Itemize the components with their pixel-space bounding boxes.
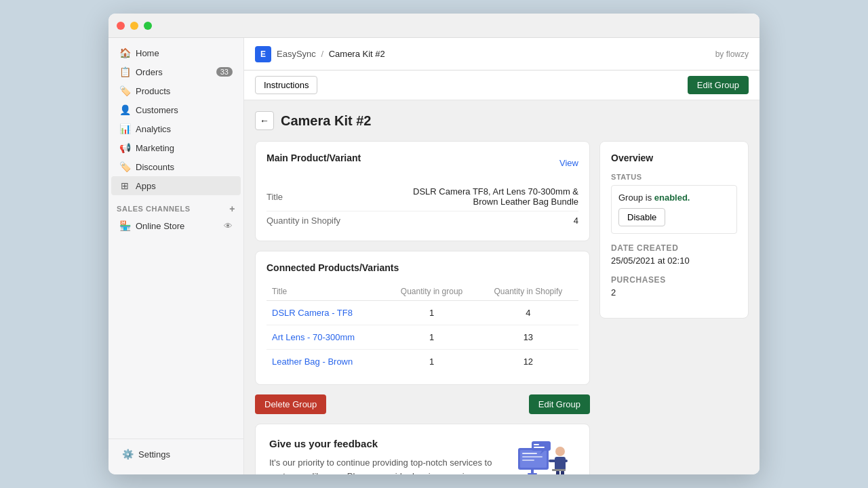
sidebar-item-label: Marketing (136, 143, 174, 153)
col-header-title: Title (267, 283, 385, 301)
back-button[interactable]: ← (255, 111, 274, 130)
sidebar-item-label: Orders (136, 67, 163, 77)
left-column: Main Product/Variant View Title DSLR Cam… (255, 141, 590, 474)
titlebar (108, 14, 760, 38)
sidebar: 🏠 Home 📋 Orders 33 🏷️ Products 👤 Custome… (108, 38, 244, 474)
sales-channels-header: SALES CHANNELS + (108, 195, 243, 217)
breadcrumb-parent[interactable]: EasySync (277, 49, 316, 59)
sidebar-item-label: Products (136, 86, 170, 96)
svg-point-7 (555, 447, 565, 456)
quantity-field-label: Quantity in Shopify (267, 216, 340, 226)
table-row: Art Lens - 70-300mm 1 13 (267, 325, 578, 350)
sidebar-item-analytics[interactable]: 📊 Analytics (111, 119, 241, 138)
sidebar-item-label: Analytics (136, 124, 171, 134)
maximize-button[interactable] (144, 22, 152, 30)
svg-rect-10 (561, 460, 568, 462)
sidebar-item-discounts[interactable]: 🏷️ Discounts (111, 157, 241, 176)
row-title: DSLR Camera - TF8 (267, 301, 385, 325)
col-header-qty-shopify: Quantity in Shopify (478, 283, 578, 301)
content-grid: Main Product/Variant View Title DSLR Cam… (255, 141, 749, 474)
topbar-left: E EasySync / Camera Kit #2 (255, 46, 385, 62)
row-qty-shopify: 4 (478, 301, 578, 325)
easysync-logo: E (255, 46, 271, 62)
row-title: Art Lens - 70-300mm (267, 325, 385, 350)
title-field-label: Title (267, 192, 283, 202)
right-column: Overview STATUS Group is enabled. Disabl… (599, 141, 749, 474)
row-qty-shopify: 13 (478, 325, 578, 350)
page-header: ← Camera Kit #2 (255, 111, 749, 130)
status-text: Group is enabled. (618, 192, 730, 203)
toolbar: Instructions Edit Group (244, 70, 760, 100)
row-qty-group: 1 (385, 325, 477, 350)
sidebar-item-apps[interactable]: ⊞ Apps (111, 176, 241, 195)
sales-channels-label: SALES CHANNELS (117, 205, 191, 213)
sidebar-item-settings[interactable]: ⚙️ Settings (114, 445, 238, 464)
svg-rect-6 (528, 473, 537, 474)
breadcrumb-current: Camera Kit #2 (329, 49, 385, 59)
sidebar-nav: 🏠 Home 📋 Orders 33 🏷️ Products 👤 Custome… (108, 43, 243, 439)
overview-card: Overview STATUS Group is enabled. Disabl… (599, 141, 749, 319)
status-box: Group is enabled. Disable (611, 185, 737, 234)
product-link[interactable]: DSLR Camera - TF8 (272, 308, 353, 318)
enabled-text: enabled. (654, 192, 690, 203)
store-eye-icon: 👁 (224, 221, 233, 231)
row-title: Leather Bag - Brown (267, 350, 385, 374)
view-link[interactable]: View (559, 158, 578, 168)
breadcrumb-separator: / (321, 49, 323, 59)
person-illustration-svg (511, 438, 572, 474)
connected-products-title: Connected Products/Variants (267, 262, 578, 273)
product-link[interactable]: Leather Bag - Brown (272, 357, 353, 367)
sidebar-item-online-store[interactable]: 🏪 Online Store 👁 (111, 217, 241, 235)
breadcrumb: EasySync / Camera Kit #2 (277, 49, 385, 59)
connected-table: Title Quantity in group Quantity in Shop… (267, 283, 578, 373)
date-created-value: 25/05/2021 at 02:10 (611, 256, 737, 266)
date-created-label: DATE CREATED (611, 243, 737, 253)
feedback-body: It's our priority to continue providing … (269, 456, 497, 474)
feedback-text: Give us your feedback It's our priority … (269, 438, 497, 474)
col-header-qty-group: Quantity in group (385, 283, 477, 301)
table-row: Leather Bag - Brown 1 12 (267, 350, 578, 374)
page-title: Camera Kit #2 (281, 113, 371, 129)
table-row: DSLR Camera - TF8 1 4 (267, 301, 578, 325)
instructions-button[interactable]: Instructions (255, 76, 317, 94)
store-left: 🏪 Online Store (119, 220, 184, 231)
disable-button[interactable]: Disable (618, 208, 665, 226)
svg-rect-2 (522, 453, 537, 454)
svg-rect-4 (522, 460, 534, 461)
svg-rect-16 (534, 444, 539, 445)
title-field: Title DSLR Camera TF8, Art Lens 70-300mm… (267, 182, 578, 211)
sidebar-item-orders[interactable]: 📋 Orders 33 (111, 62, 241, 81)
feedback-card: Give us your feedback It's our priority … (255, 424, 590, 474)
discounts-icon: 🏷️ (119, 161, 130, 172)
svg-rect-8 (555, 457, 566, 470)
overview-title: Overview (611, 152, 737, 163)
purchases-label: PURCHASES (611, 275, 737, 285)
svg-rect-17 (534, 447, 545, 448)
sidebar-item-products[interactable]: 🏷️ Products (111, 81, 241, 100)
sidebar-item-marketing[interactable]: 📢 Marketing (111, 138, 241, 157)
quantity-field-value: 4 (574, 216, 578, 226)
minimize-button[interactable] (130, 22, 138, 30)
sidebar-item-home[interactable]: 🏠 Home (111, 43, 241, 62)
purchases-value: 2 (611, 287, 737, 298)
product-link[interactable]: Art Lens - 70-300mm (272, 332, 355, 342)
feedback-title: Give us your feedback (269, 438, 497, 449)
home-icon: 🏠 (119, 47, 130, 58)
connected-products-card: Connected Products/Variants Title Quanti… (255, 251, 590, 385)
svg-rect-3 (522, 456, 542, 458)
delete-group-button[interactable]: Delete Group (255, 394, 326, 414)
store-icon: 🏪 (119, 220, 130, 231)
feedback-illustration (508, 438, 576, 474)
edit-group-top-button[interactable]: Edit Group (688, 76, 749, 94)
svg-rect-9 (549, 460, 557, 462)
add-sales-channel-icon[interactable]: + (229, 203, 235, 214)
store-label: Online Store (136, 221, 184, 231)
main-content: E EasySync / Camera Kit #2 by flowzy Ins… (244, 38, 760, 474)
sidebar-item-customers[interactable]: 👤 Customers (111, 100, 241, 119)
svg-rect-14 (552, 469, 566, 471)
quantity-field: Quantity in Shopify 4 (267, 211, 578, 230)
sidebar-item-label: Customers (136, 105, 178, 115)
close-button[interactable] (117, 22, 125, 30)
edit-group-bottom-button[interactable]: Edit Group (529, 394, 590, 414)
action-row: Delete Group Edit Group (255, 394, 590, 414)
